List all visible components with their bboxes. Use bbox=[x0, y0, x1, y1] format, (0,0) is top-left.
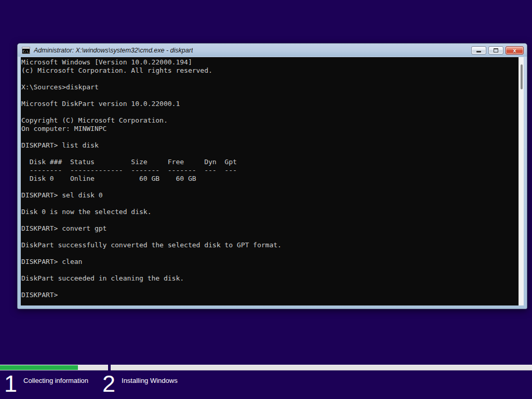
maximize-button[interactable] bbox=[488, 46, 503, 55]
close-icon: x bbox=[513, 47, 516, 54]
maximize-icon bbox=[494, 48, 498, 52]
scrollbar[interactable] bbox=[518, 57, 524, 305]
progress-fill-step1 bbox=[0, 365, 78, 370]
minimize-icon bbox=[476, 51, 481, 52]
step-label: Collecting information bbox=[23, 377, 88, 384]
scrollbar-thumb[interactable] bbox=[521, 64, 523, 89]
windows-setup-screen: { "background_color": "#1c0156", "window… bbox=[0, 0, 532, 399]
close-button[interactable]: x bbox=[506, 46, 524, 55]
setup-steps: 1 Collecting information 2 Installing Wi… bbox=[0, 371, 532, 399]
console-area[interactable]: Microsoft Windows [Version 10.0.22000.19… bbox=[21, 57, 524, 305]
window-title: Administrator: X:\windows\system32\cmd.e… bbox=[34, 47, 193, 54]
progress-bar-step1 bbox=[0, 365, 108, 370]
window-controls: x bbox=[471, 46, 524, 55]
cmd-icon-glyph: C:\. bbox=[23, 50, 30, 53]
progress-bar-step2 bbox=[111, 365, 532, 370]
step-collecting-information: 1 Collecting information bbox=[4, 371, 88, 396]
cmd-window: C:\. Administrator: X:\windows\system32\… bbox=[17, 43, 527, 309]
console-output[interactable]: Microsoft Windows [Version 10.0.22000.19… bbox=[21, 57, 518, 305]
titlebar[interactable]: C:\. Administrator: X:\windows\system32\… bbox=[18, 44, 527, 57]
step-number: 1 bbox=[4, 371, 17, 396]
step-label: Installing Windows bbox=[122, 377, 178, 384]
step-number: 2 bbox=[102, 371, 115, 396]
cmd-icon: C:\. bbox=[22, 47, 30, 54]
step-installing-windows: 2 Installing Windows bbox=[102, 371, 178, 396]
minimize-button[interactable] bbox=[471, 46, 486, 55]
